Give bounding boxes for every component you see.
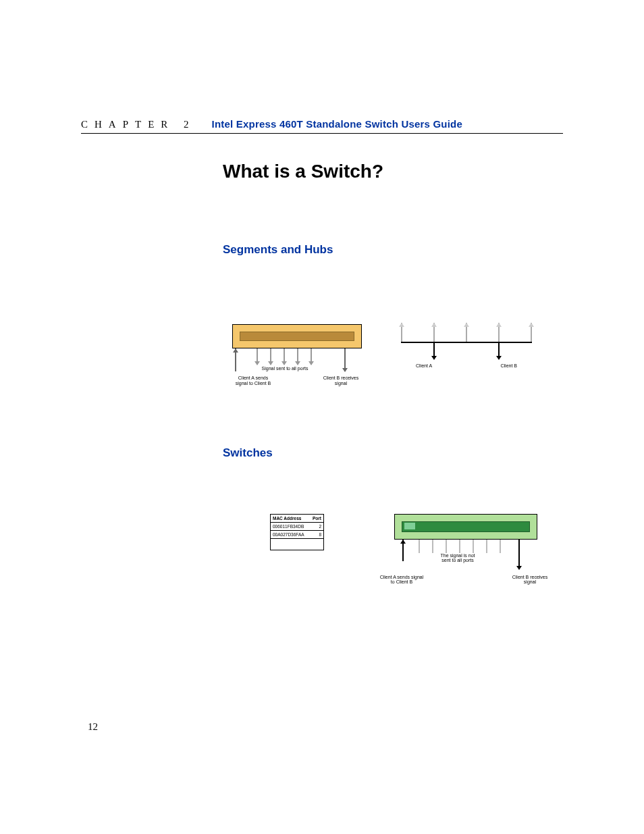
figure-hub: Signal sent to all ports Client A sends …: [223, 324, 371, 386]
section-heading-segments-hubs: Segments and Hubs: [223, 243, 563, 257]
hub-right-caption: Client B receives signal: [321, 375, 361, 386]
guide-title: Intel Express 460T Standalone Switch Use…: [212, 118, 462, 130]
table-row: 006011FB34DB 2: [271, 523, 324, 531]
bus-label-client-b: Client B: [500, 363, 517, 368]
switch-right-caption: Client B receives signal: [506, 575, 554, 584]
table-row: 00A027D36FAA 8: [271, 531, 324, 539]
mac-table-header-port: Port: [309, 515, 323, 523]
switch-device-icon: [394, 514, 537, 540]
section-heading-switches: Switches: [223, 446, 563, 460]
page-title: What is a Switch?: [223, 161, 563, 182]
page-header: CHAPTER 2 Intel Express 460T Standalone …: [81, 118, 563, 134]
figure-switch: The signal is not sent to all ports Clie…: [378, 514, 554, 584]
figure-row-switches: MAC Address Port 006011FB34DB 2 00A027D3…: [223, 514, 563, 584]
hub-left-caption: Client A sends signal to Client B: [233, 375, 273, 386]
mac-address-table: MAC Address Port 006011FB34DB 2 00A027D3…: [270, 514, 324, 550]
figure-bus-segment: Client A Client B: [396, 324, 537, 386]
page-number: 12: [88, 721, 98, 733]
hub-device-icon: [232, 324, 362, 348]
hub-mid-caption: Signal sent to all ports: [257, 366, 313, 371]
switch-mid-caption: The signal is not sent to all ports: [431, 553, 485, 563]
chapter-label: CHAPTER 2: [81, 119, 196, 130]
mac-table-header-mac: MAC Address: [271, 515, 310, 523]
bus-label-client-a: Client A: [416, 363, 432, 368]
port-cell: 2: [309, 523, 323, 531]
mac-cell: 00A027D36FAA: [271, 531, 310, 539]
mac-cell: 006011FB34DB: [271, 523, 310, 531]
figure-row-hubs: Signal sent to all ports Client A sends …: [223, 324, 563, 386]
table-row: [271, 539, 324, 550]
port-cell: 8: [309, 531, 323, 539]
switch-left-caption: Client A sends signal to Client B: [378, 575, 425, 584]
